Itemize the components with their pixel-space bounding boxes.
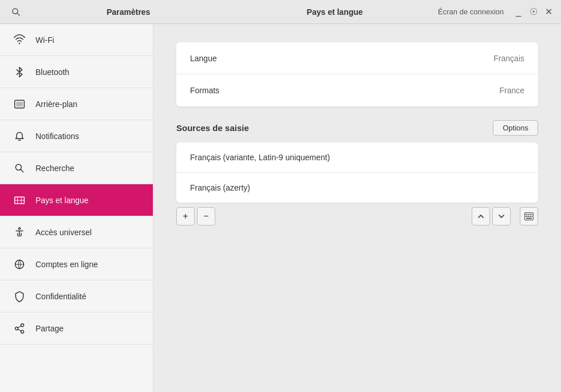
content-area: Langue Français Formats France Sources d… (153, 24, 561, 392)
sidebar-label-accessibility: Accès universel (35, 228, 92, 237)
accessibility-icon (11, 227, 27, 238)
close-button[interactable]: ✕ (543, 6, 554, 18)
sidebar-item-sharing[interactable]: Partage (0, 312, 153, 345)
section-title: Pays et langue (232, 7, 438, 17)
language-card: Langue Français Formats France (176, 42, 538, 106)
add-source-button[interactable]: + (176, 207, 195, 225)
sidebar-label-region: Pays et langue (35, 196, 89, 205)
main-container: Wi-Fi Bluetooth Arrière-plan (0, 24, 561, 392)
source-row-1[interactable]: Français (variante, Latin-9 uniquement) (176, 142, 538, 173)
svg-point-8 (18, 227, 20, 229)
restore-button[interactable]: ☉ (528, 6, 539, 18)
region-icon (11, 195, 27, 206)
svg-point-11 (15, 327, 18, 330)
svg-rect-16 (526, 214, 527, 215)
titlebar: Paramètres Pays et langue Écran de conne… (0, 0, 561, 24)
formats-value: France (499, 86, 524, 95)
svg-rect-22 (530, 216, 531, 217)
formats-row: Formats France (176, 74, 538, 106)
sidebar-item-region[interactable]: Pays et langue (0, 184, 153, 216)
bluetooth-icon (11, 66, 27, 78)
input-sources-card: Français (variante, Latin-9 uniquement) … (176, 142, 538, 203)
source-label-2: Français (azerty) (190, 183, 250, 192)
privacy-icon (11, 291, 27, 302)
sharing-icon (11, 323, 27, 334)
svg-rect-21 (528, 216, 530, 217)
app-title: Paramètres (25, 7, 232, 17)
svg-point-2 (19, 42, 21, 44)
minimize-button[interactable]: ⎯ (513, 6, 524, 18)
svg-rect-23 (532, 216, 533, 217)
move-up-button[interactable] (472, 207, 490, 225)
svg-rect-18 (530, 214, 531, 215)
sidebar-item-search[interactable]: Recherche (0, 152, 153, 184)
svg-line-14 (18, 329, 21, 331)
notifications-icon (11, 130, 27, 142)
sidebar-label-online-accounts: Comptes en ligne (35, 260, 98, 269)
svg-rect-24 (526, 218, 532, 219)
svg-rect-20 (526, 216, 527, 217)
sidebar-label-bluetooth: Bluetooth (35, 68, 69, 77)
window-controls: ⎯ ☉ ✕ (513, 6, 554, 18)
language-label: Langue (190, 54, 217, 63)
svg-line-6 (21, 169, 23, 172)
remove-source-button[interactable]: − (197, 207, 215, 225)
language-row: Langue Français (176, 42, 538, 74)
sidebar-item-privacy[interactable]: Confidentialité (0, 280, 153, 312)
input-sources-toolbar: + − (176, 207, 538, 225)
sidebar-item-wifi[interactable]: Wi-Fi (0, 24, 153, 56)
svg-line-1 (17, 13, 19, 15)
sidebar-label-wifi: Wi-Fi (35, 35, 54, 45)
background-icon (11, 98, 27, 110)
sidebar-item-bluetooth[interactable]: Bluetooth (0, 56, 153, 88)
sidebar: Wi-Fi Bluetooth Arrière-plan (0, 24, 153, 392)
login-screen-label[interactable]: Écran de connexion (438, 7, 504, 16)
source-label-1: Français (variante, Latin-9 uniquement) (190, 153, 330, 162)
language-value: Français (493, 54, 524, 63)
sidebar-label-privacy: Confidentialité (35, 292, 86, 301)
sidebar-label-sharing: Partage (35, 324, 64, 333)
sidebar-item-accessibility[interactable]: Accès universel (0, 216, 153, 248)
source-row-2[interactable]: Français (azerty) (176, 173, 538, 203)
svg-line-13 (18, 326, 21, 328)
sidebar-item-online-accounts[interactable]: Comptes en ligne (0, 248, 153, 280)
search-button[interactable] (7, 7, 25, 17)
input-sources-header: Sources de saisie Options (176, 120, 538, 136)
sidebar-label-background: Arrière-plan (35, 100, 77, 109)
wifi-icon (11, 34, 27, 46)
options-button[interactable]: Options (493, 120, 538, 136)
online-accounts-icon (11, 259, 27, 270)
svg-rect-4 (16, 101, 23, 106)
search-sidebar-icon (11, 163, 27, 174)
keyboard-settings-button[interactable] (520, 207, 538, 225)
svg-point-10 (21, 323, 24, 326)
sidebar-label-notifications: Notifications (35, 132, 79, 141)
input-sources-title: Sources de saisie (176, 123, 249, 133)
sidebar-label-search: Recherche (35, 164, 74, 173)
svg-rect-19 (532, 214, 533, 215)
move-down-button[interactable] (492, 207, 511, 225)
svg-point-12 (21, 330, 24, 333)
sidebar-item-notifications[interactable]: Notifications (0, 120, 153, 152)
sidebar-item-background[interactable]: Arrière-plan (0, 88, 153, 120)
svg-rect-17 (528, 214, 530, 215)
formats-label: Formats (190, 86, 219, 95)
